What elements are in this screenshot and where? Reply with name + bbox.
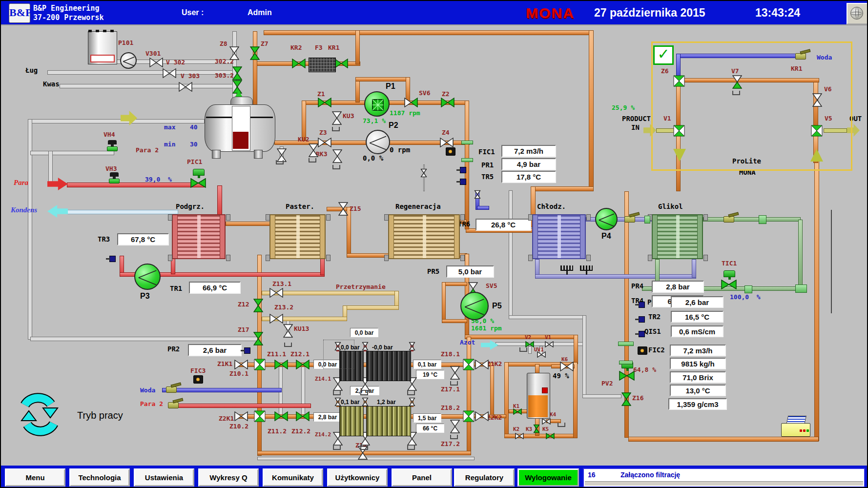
valve-V2-azot[interactable] bbox=[525, 341, 534, 347]
valve-tr6-vent[interactable] bbox=[421, 168, 427, 177]
valve-Z17-2[interactable] bbox=[450, 420, 460, 433]
hand-valve-p4[interactable] bbox=[624, 216, 635, 223]
valve-Z12-2[interactable] bbox=[296, 411, 310, 421]
control-valve-PV2[interactable] bbox=[619, 362, 636, 381]
valve-Z1[interactable] bbox=[318, 98, 331, 107]
menu-button-komunikaty[interactable]: Komunikaty bbox=[263, 468, 323, 487]
valve-Z2K2[interactable] bbox=[475, 411, 489, 421]
menu-button-regulatory[interactable]: Regulatory bbox=[454, 468, 515, 487]
menu-button-technologia[interactable]: Technologia bbox=[69, 468, 130, 487]
valve-Z10-1[interactable] bbox=[253, 358, 266, 371]
menu-button-wykresy-q[interactable]: Wykresy Q bbox=[198, 468, 259, 487]
menu-button-ustawienia[interactable]: Ustawienia bbox=[134, 468, 194, 487]
valve-Z11-1[interactable] bbox=[274, 360, 288, 369]
valve-K1[interactable] bbox=[513, 408, 522, 415]
filter-bank[interactable] bbox=[366, 406, 411, 436]
valve-VH4[interactable] bbox=[107, 140, 118, 154]
label-64-8-: 64,8 % bbox=[633, 366, 656, 373]
valve-filter2-b[interactable] bbox=[362, 397, 369, 406]
pump-P4[interactable] bbox=[595, 208, 618, 230]
valve-K3[interactable] bbox=[534, 424, 540, 433]
valve-Z13-1[interactable] bbox=[269, 288, 283, 298]
control-valve-TIC1[interactable] bbox=[721, 270, 738, 290]
valve-KU13[interactable] bbox=[283, 324, 293, 338]
exchanger-paster[interactable] bbox=[269, 214, 326, 259]
exchanger-chlodz[interactable] bbox=[532, 214, 586, 259]
sensor-FIC2[interactable] bbox=[638, 346, 646, 354]
valve-V301[interactable] bbox=[149, 58, 163, 67]
valve-Z18-1[interactable] bbox=[462, 358, 475, 371]
valve-Z4[interactable] bbox=[440, 138, 454, 147]
valve-filter1-b[interactable] bbox=[362, 342, 369, 350]
valve-Z7[interactable] bbox=[250, 46, 260, 60]
prolite-active-checkbox[interactable]: ✓ bbox=[653, 45, 674, 65]
valve-K4[interactable] bbox=[542, 418, 551, 425]
valve-Z15[interactable] bbox=[338, 202, 348, 216]
sensor-FIC3[interactable] bbox=[193, 375, 202, 383]
menu-button-menu[interactable]: Menu bbox=[5, 468, 65, 487]
valve-Z10-2[interactable] bbox=[253, 410, 266, 423]
valve-Z1K2[interactable] bbox=[475, 360, 489, 369]
menu-button-logout[interactable]: Wylogowanie bbox=[517, 468, 579, 487]
valve-RK3[interactable] bbox=[332, 149, 342, 163]
valve-302-2[interactable] bbox=[232, 66, 242, 80]
operating-mode-icon[interactable] bbox=[13, 389, 66, 440]
valve-Z2K1[interactable] bbox=[234, 411, 248, 421]
valve-filter2-c[interactable] bbox=[409, 397, 415, 406]
valve-K5[interactable] bbox=[546, 433, 555, 439]
pump-P3[interactable] bbox=[134, 264, 161, 290]
pump-P2[interactable] bbox=[366, 130, 390, 154]
valve-filter1-c[interactable] bbox=[409, 342, 415, 350]
status-scrollbar[interactable] bbox=[585, 481, 863, 486]
menu-button-u-ytkownicy[interactable]: Użytkownicy bbox=[327, 468, 388, 487]
valve-K2[interactable] bbox=[515, 433, 524, 439]
exchanger-podgrz[interactable] bbox=[172, 214, 226, 259]
valve-Z8[interactable] bbox=[229, 46, 239, 60]
zb1-buffer-tank[interactable] bbox=[205, 104, 275, 152]
valve-UV1[interactable] bbox=[537, 351, 546, 358]
menu-button-panel[interactable]: Panel bbox=[392, 468, 452, 487]
valve-Z16[interactable] bbox=[621, 392, 631, 406]
filter-bank[interactable] bbox=[339, 406, 364, 436]
valve-K6[interactable] bbox=[560, 362, 574, 371]
valve-Z12-1[interactable] bbox=[296, 360, 310, 369]
hand-valve-woda[interactable] bbox=[166, 386, 177, 393]
exchanger-regeneracja[interactable] bbox=[388, 214, 460, 259]
valve-Z11-2[interactable] bbox=[274, 411, 288, 421]
printer-icon[interactable] bbox=[781, 416, 811, 439]
valve-VH3[interactable] bbox=[109, 172, 120, 186]
valve-Z13-2[interactable] bbox=[269, 314, 283, 324]
label-podgrz-: Podgrz. bbox=[176, 203, 205, 210]
control-valve-PIC1[interactable] bbox=[190, 169, 207, 188]
valve-Z2[interactable] bbox=[441, 98, 455, 107]
hand-valve-glikol[interactable] bbox=[723, 216, 734, 223]
valve-KU3[interactable] bbox=[332, 111, 342, 125]
valve-filter2-a[interactable] bbox=[335, 397, 341, 406]
language-globe-button[interactable] bbox=[847, 3, 868, 24]
filter-bank[interactable] bbox=[366, 351, 411, 381]
valve-Z18-2[interactable] bbox=[462, 410, 475, 423]
valve-KU2[interactable] bbox=[309, 143, 318, 157]
valve-Z17-1[interactable] bbox=[450, 366, 460, 380]
valve-Z17[interactable] bbox=[253, 332, 263, 346]
valve-Z12[interactable] bbox=[253, 299, 263, 312]
pump-P101[interactable] bbox=[120, 52, 137, 69]
pump-P5[interactable] bbox=[460, 292, 489, 320]
valve-303-2[interactable] bbox=[232, 80, 242, 94]
exchanger-glikol[interactable] bbox=[652, 214, 703, 259]
valve-icewater[interactable] bbox=[475, 190, 481, 199]
status-message-box[interactable]: 16 Załączono filtrację bbox=[583, 468, 865, 488]
valve-V302[interactable] bbox=[163, 68, 176, 78]
valve-Z3[interactable] bbox=[318, 138, 331, 147]
pump-P1[interactable] bbox=[364, 91, 390, 117]
hand-valve-para2[interactable] bbox=[168, 402, 179, 409]
azot-tank[interactable] bbox=[527, 373, 550, 419]
pipe bbox=[582, 315, 586, 396]
valve-SV6[interactable] bbox=[404, 98, 418, 107]
valve-V1-azot[interactable] bbox=[545, 341, 554, 347]
valve-V303[interactable] bbox=[179, 82, 192, 92]
sensor-FIC1[interactable] bbox=[446, 147, 455, 155]
valve-Z1K1[interactable] bbox=[234, 360, 248, 369]
valve-KR2[interactable] bbox=[292, 59, 306, 68]
valve-KR1-f3[interactable] bbox=[334, 59, 348, 68]
